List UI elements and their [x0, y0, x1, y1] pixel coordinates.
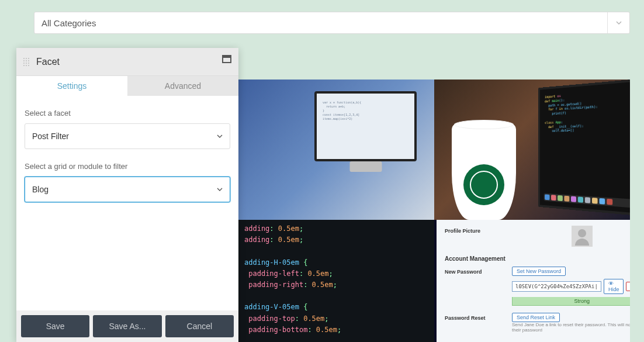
category-select[interactable]: All Categories [34, 12, 630, 34]
cancel-button[interactable]: Cancel [165, 315, 234, 337]
panel-tabs: Settings Advanced [16, 76, 238, 96]
laptop-illustration: import os def main(): path = os.getcwd()… [538, 80, 630, 217]
panel-body: Select a facet Post Filter Select a grid… [16, 96, 238, 310]
grid-image-1[interactable]: var x = function(a,b){ return a+b;}const… [238, 80, 434, 220]
chevron-down-icon [217, 186, 223, 192]
chevron-down-icon [607, 12, 629, 33]
tab-settings[interactable]: Settings [16, 76, 127, 96]
panel-header[interactable]: Facet [16, 48, 238, 76]
profile-picture-label: Profile Picture [445, 226, 506, 234]
panel-footer: Save Save As... Cancel [16, 310, 238, 342]
facet-select[interactable]: Post Filter [25, 123, 230, 149]
drag-handle-icon[interactable] [23, 54, 30, 70]
monitor-illustration: var x = function(a,b){ return a+b;}const… [314, 91, 417, 161]
facet-field-label: Select a facet [25, 109, 230, 118]
send-reset-link-button[interactable]: Send Reset Link [512, 313, 560, 322]
coffee-cup-illustration [452, 123, 516, 220]
grid-image-2[interactable]: import os def main(): path = os.getcwd()… [434, 80, 630, 220]
new-password-label: New Password [445, 267, 506, 275]
facet-select-value: Post Filter [32, 132, 69, 141]
panel-title: Facet [36, 57, 60, 67]
grid-select[interactable]: Blog [25, 177, 230, 202]
grid-field-label: Select a grid or module to filter [25, 162, 230, 171]
password-strength-indicator: Strong [512, 297, 630, 306]
save-as-button[interactable]: Save As... [93, 315, 161, 337]
facet-panel: Facet Settings Advanced Select a facet P… [16, 48, 238, 342]
password-input[interactable]: l0SEV(G^22yG04%Ze4SZzXPAi| [512, 281, 601, 292]
content-grid: var x = function(a,b){ return a+b;}const… [238, 80, 630, 342]
avatar [572, 226, 593, 247]
cancel-password-button[interactable]: Cancel [626, 282, 630, 291]
grid-select-value: Blog [32, 185, 49, 194]
fullscreen-icon[interactable] [222, 55, 231, 63]
category-select-label: All Categories [41, 18, 96, 28]
password-reset-label: Password Reset [445, 313, 506, 321]
save-button[interactable]: Save [21, 315, 89, 337]
reset-hint-text: Send Jane Doe a link to reset their pass… [512, 322, 630, 333]
grid-image-3[interactable]: adding: 0.5em; adding: 0.5em; adding-H-0… [238, 220, 434, 342]
set-new-password-button[interactable]: Set New Password [512, 267, 566, 276]
tab-advanced[interactable]: Advanced [127, 76, 238, 96]
chevron-down-icon [217, 133, 223, 139]
hide-button[interactable]: 👁 Hide [604, 279, 624, 294]
grid-image-4[interactable]: Profile Picture Account Management New P… [434, 220, 630, 342]
account-management-heading: Account Management [445, 255, 630, 262]
